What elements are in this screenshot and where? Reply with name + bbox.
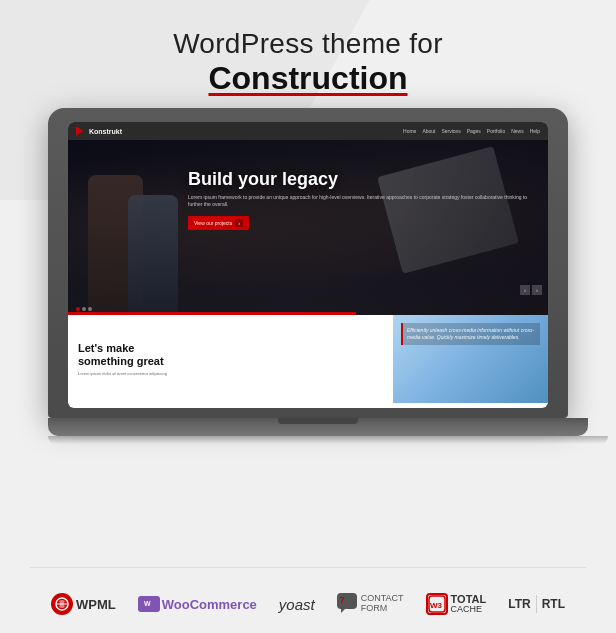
nav-logo: Konstrukt xyxy=(76,126,122,136)
laptop-bezel: Konstrukt Home About Services Pages Port… xyxy=(68,122,548,408)
yoast-label: yoast xyxy=(279,596,315,613)
slide-next-icon[interactable]: › xyxy=(532,285,542,295)
svg-text:W3: W3 xyxy=(430,601,443,610)
laptop: Konstrukt Home About Services Pages Port… xyxy=(48,108,568,444)
slide-prev-icon[interactable]: ‹ xyxy=(520,285,530,295)
divider-line xyxy=(30,567,586,568)
wpml-label: WPML xyxy=(76,597,116,612)
screen-navbar: Konstrukt Home About Services Pages Port… xyxy=(68,122,548,140)
screen-hero: Build your legacy Lorem ipsum framework … xyxy=(68,140,548,315)
laptop-base xyxy=(48,418,588,436)
screen-lower: Let's makesomething great Lorem ipsum do… xyxy=(68,315,548,403)
wpml-icon xyxy=(51,593,73,615)
slide-dot-1[interactable] xyxy=(76,307,80,311)
woo-icon: W xyxy=(138,596,160,612)
slide-dot-3[interactable] xyxy=(88,307,92,311)
woocommerce-logo: W WooCommerce xyxy=(138,596,257,612)
ltr-rtl-divider xyxy=(536,595,537,613)
headline-main: WordPress theme for xyxy=(0,28,616,60)
card-text-sim: Efficiently unleash cross-media informat… xyxy=(401,323,540,345)
lower-left-title: Let's makesomething great xyxy=(78,342,383,367)
hero-text-area: Build your legacy Lorem ipsum framework … xyxy=(188,170,528,230)
headline-sub: Construction xyxy=(0,60,616,97)
laptop-body: Konstrukt Home About Services Pages Port… xyxy=(48,108,568,418)
nav-link-home: Home xyxy=(403,128,416,134)
hero-subtitle: Lorem ipsum framework to provide an uniq… xyxy=(188,194,528,208)
total-cache-label: TOTALCACHE xyxy=(451,594,487,614)
rtl-label: RTL xyxy=(542,597,565,611)
nav-logo-text: Konstrukt xyxy=(89,128,122,135)
hero-btn-arrow-icon: › xyxy=(235,219,243,227)
hero-title: Build your legacy xyxy=(188,170,528,190)
cf7-bubble: 7 xyxy=(337,593,357,609)
wpml-logo: WPML xyxy=(51,593,116,615)
ltr-label: LTR xyxy=(508,597,530,611)
ltr-rtl-logo: LTR RTL xyxy=(508,595,565,613)
cf7-number: 7 xyxy=(340,595,345,605)
hero-cta-label: View our projects xyxy=(194,220,232,226)
logos-bar: WPML W WooCommerce yoast 7 CONTACTFORM xyxy=(0,593,616,615)
slide-dots xyxy=(76,307,92,311)
nav-link-portfolio: Portfolio xyxy=(487,128,505,134)
hero-cta-button[interactable]: View our projects › xyxy=(188,216,249,230)
slide-arrows: ‹ › xyxy=(520,285,542,295)
nav-link-about: About xyxy=(422,128,435,134)
lower-right: Efficiently unleash cross-media informat… xyxy=(393,315,548,403)
screen-content: Konstrukt Home About Services Pages Port… xyxy=(68,122,548,408)
lower-left-sub: Lorem ipsum dolor sit amet consectetur a… xyxy=(78,371,383,376)
nav-link-pages: Pages xyxy=(467,128,481,134)
svg-text:W: W xyxy=(144,600,151,607)
woo-label: WooCommerce xyxy=(162,597,257,612)
total-cache-logo: W3 TOTALCACHE xyxy=(426,593,487,615)
total-cache-icon: W3 xyxy=(426,593,448,615)
nav-links: Home About Services Pages Portfolio News… xyxy=(403,128,540,134)
nav-logo-icon xyxy=(76,126,86,136)
cf7-icon: 7 xyxy=(337,593,359,615)
lower-left: Let's makesomething great Lorem ipsum do… xyxy=(68,315,393,403)
contact-form-logo: 7 CONTACTFORM xyxy=(337,593,404,615)
nav-link-news: News xyxy=(511,128,524,134)
nav-link-help: Help xyxy=(530,128,540,134)
woo-text-group: WooCommerce xyxy=(162,597,257,612)
slide-dot-2[interactable] xyxy=(82,307,86,311)
card-quote: Efficiently unleash cross-media informat… xyxy=(401,323,540,345)
nav-link-services: Services xyxy=(441,128,460,134)
yoast-logo: yoast xyxy=(279,596,315,613)
headline-area: WordPress theme for Construction xyxy=(0,28,616,97)
cf7-label: CONTACTFORM xyxy=(361,594,404,614)
laptop-base-shadow xyxy=(48,436,608,444)
